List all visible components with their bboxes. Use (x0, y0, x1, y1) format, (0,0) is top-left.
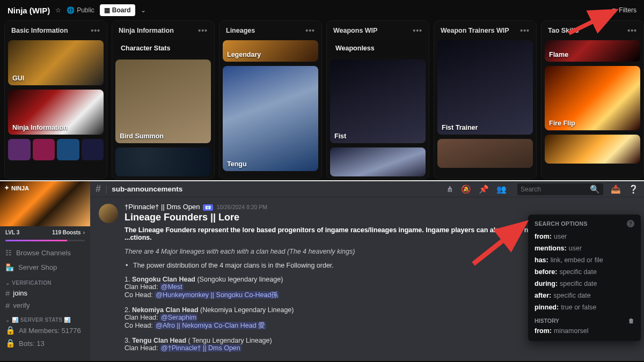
search-box[interactable]: 🔍 (517, 183, 603, 195)
star-icon[interactable]: ☆ (55, 6, 61, 14)
members-icon[interactable]: 👥 (496, 184, 507, 194)
hash-icon: # (5, 301, 10, 310)
shop-icon: 🏪 (5, 263, 14, 271)
visibility-button[interactable]: 🌐 Public (67, 6, 94, 14)
board-card[interactable]: Tengu (223, 66, 318, 171)
board-card[interactable]: Fist Trainer (437, 40, 533, 135)
verified-icon: ✦ (4, 184, 9, 191)
trash-icon[interactable]: 🗑 (628, 317, 634, 324)
board-pane: Ninja (WIP) ☆ 🌐 Public ▦ Board ⌄ ≡ Filte… (0, 0, 644, 181)
board-card[interactable]: Flame (545, 40, 640, 62)
board-card[interactable]: Ninja Information (8, 90, 104, 135)
search-history-row[interactable]: from: minamorsel (528, 325, 641, 337)
pin-icon[interactable]: 📌 (479, 184, 489, 194)
channel-item[interactable]: #joins (0, 287, 90, 299)
board-card[interactable] (545, 135, 640, 164)
board-card[interactable]: Fist (330, 60, 426, 143)
search-input[interactable] (521, 186, 590, 193)
level-label: LVL 3 (5, 230, 19, 235)
mention[interactable]: @Seraphim (160, 314, 197, 321)
search-option-row[interactable]: pinned: true or false (528, 301, 641, 313)
thumbnail[interactable] (8, 139, 31, 160)
board-card[interactable]: Legendary (223, 40, 318, 62)
search-icon: 🔍 (590, 184, 600, 194)
search-option-row[interactable]: after: specific date (528, 290, 641, 301)
message-author[interactable]: †Pinnacle† || Dms Open (125, 203, 200, 211)
header-icons: ⋔ 🔕 📌 👥 🔍 📥 ❔ (447, 183, 639, 195)
board-card[interactable] (115, 147, 211, 176)
card-label: Ninja Information (12, 124, 68, 131)
threads-icon[interactable]: ⋔ (447, 184, 453, 194)
search-option-row[interactable]: mentions: user (528, 242, 641, 254)
mention[interactable]: @Hunkeymonkey || Songoku Co-Head孫 (155, 291, 279, 299)
message-timestamp: 10/26/2024 8:20 PM (216, 204, 267, 210)
board-card[interactable] (330, 147, 426, 176)
inbox-icon[interactable]: 📥 (611, 184, 621, 194)
board-card[interactable]: Fire Flip (545, 66, 640, 130)
board-card[interactable]: Character Stats (115, 40, 211, 55)
chevron-right-icon: › (83, 230, 85, 235)
channel-label: verify (13, 301, 30, 309)
browse-channels-button[interactable]: ☷ Browse Channels (0, 246, 90, 260)
column-title: Basic Information (11, 27, 68, 34)
server-sidebar: ✦ NINJA LVL 3 119 Boosts › ☷ Browse Chan… (0, 181, 90, 361)
card-label: Weaponless (330, 40, 426, 55)
channel-label: joins (13, 289, 27, 297)
thumbnail[interactable] (82, 139, 104, 160)
sidebar-section-header[interactable]: ⌄VERIFICATION (0, 275, 90, 287)
board-column: Weapons WIP•••WeaponlessFist (326, 20, 429, 179)
column-menu-icon[interactable]: ••• (627, 26, 637, 35)
column-menu-icon[interactable]: ••• (198, 26, 208, 35)
column-menu-icon[interactable]: ••• (413, 26, 422, 35)
channel-item[interactable]: 🔒Bots: 13 (0, 337, 90, 350)
search-option-row[interactable]: has: link, embed or file (528, 254, 641, 266)
channel-item[interactable]: 🔒All Members: 51776 (0, 324, 90, 337)
board-card[interactable]: GUI (8, 40, 104, 85)
boost-row[interactable]: LVL 3 119 Boosts › (0, 226, 90, 239)
search-option-row[interactable]: from: user (528, 231, 641, 242)
search-option-row[interactable]: before: specific date (528, 266, 641, 278)
chevron-down-icon[interactable]: ⌄ (141, 6, 146, 14)
divider: | (105, 184, 107, 194)
card-label: Fire Flip (549, 120, 575, 127)
mention[interactable]: @†Pinnacle† || Dms Open (160, 344, 241, 352)
card-label: Fist (334, 132, 346, 140)
filters-button[interactable]: ≡ Filters (612, 6, 636, 14)
search-options-panel: SEARCH OPTIONS ? from: usermentions: use… (528, 215, 641, 341)
mention[interactable]: @Afro || Nekomiya Co-Clan Head 愛 (155, 322, 266, 329)
lock-icon: 🔒 (5, 338, 16, 348)
board-view-label: Board (112, 6, 131, 14)
help-circle-icon[interactable]: ? (627, 220, 634, 227)
search-option-row[interactable]: during: specific date (528, 278, 641, 290)
board-title: Ninja (WIP) (8, 6, 50, 15)
sidebar-section-header[interactable]: ⌄📊 SERVER STATS 📊 (0, 312, 90, 324)
chevron-down-icon: ⌄ (5, 280, 10, 286)
board-column: Basic Information•••GUINinja Information (4, 20, 107, 179)
card-label: Flame (549, 51, 568, 58)
column-menu-icon[interactable]: ••• (91, 26, 100, 35)
server-banner[interactable]: ✦ NINJA (0, 181, 90, 226)
column-title: Weapons WIP (333, 27, 377, 34)
thumbnail[interactable] (33, 139, 55, 160)
visibility-label: Public (77, 6, 94, 14)
notifications-icon[interactable]: 🔕 (461, 184, 471, 194)
help-icon[interactable]: ❔ (628, 184, 639, 194)
boost-progress (5, 240, 85, 241)
hash-icon: # (5, 289, 10, 298)
chevron-down-icon: ⌄ (5, 317, 10, 323)
card-label: GUI (12, 75, 24, 82)
channel-item[interactable]: #verify (0, 299, 90, 312)
card-label: Fist Trainer (442, 124, 478, 131)
column-title: Ninja Information (119, 27, 174, 34)
column-menu-icon[interactable]: ••• (520, 26, 530, 35)
board-card[interactable]: Bird Summon (115, 60, 211, 143)
avatar[interactable] (99, 204, 118, 223)
column-menu-icon[interactable]: ••• (305, 26, 315, 35)
discord-pane: ✦ NINJA LVL 3 119 Boosts › ☷ Browse Chan… (0, 181, 644, 361)
mention[interactable]: @Mest (160, 283, 184, 291)
server-shop-button[interactable]: 🏪 Server Shop (0, 260, 90, 275)
board-card[interactable]: Weaponless (330, 40, 426, 55)
board-view-chip[interactable]: ▦ Board (100, 4, 135, 16)
board-card[interactable] (437, 139, 533, 168)
thumbnail[interactable] (57, 139, 79, 160)
